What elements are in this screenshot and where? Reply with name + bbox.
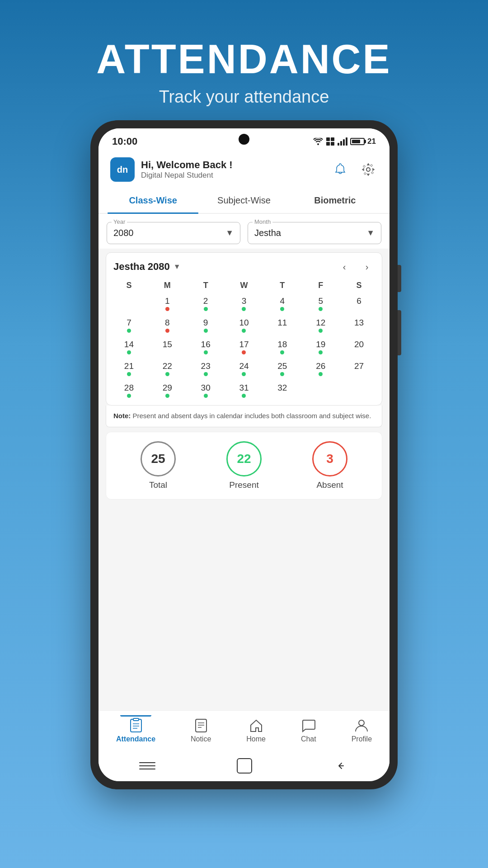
page-title: ATTENDANCE (96, 36, 391, 83)
side-button (398, 265, 401, 292)
battery-icon (350, 138, 365, 145)
cal-cell[interactable]: 2 (187, 293, 225, 315)
cal-cell[interactable]: 16 (187, 336, 225, 358)
cal-cell[interactable]: 14 (110, 336, 148, 358)
year-filter[interactable]: Year 2080 ▼ (107, 222, 240, 244)
nav-notice-label: Notice (191, 735, 211, 743)
cal-cell[interactable]: 1 (148, 293, 187, 315)
cal-cell[interactable]: 23 (187, 358, 225, 380)
nav-arrows: ‹ › (337, 259, 375, 274)
bell-icon (333, 163, 347, 176)
cal-cell[interactable]: 18 (263, 336, 301, 358)
phone-frame: 10:00 (90, 120, 398, 789)
absent-circle: 3 (312, 441, 347, 476)
attendance-icon (128, 718, 144, 733)
total-label: Total (149, 480, 167, 490)
day-header-0: S (110, 278, 148, 293)
cal-cell[interactable]: 6 (340, 293, 378, 315)
cal-cell[interactable]: 26 (301, 358, 340, 380)
day-header-2: T (187, 278, 225, 293)
nav-notice[interactable]: Notice (184, 715, 217, 746)
calendar-next-btn[interactable]: › (359, 259, 375, 274)
svg-rect-3 (331, 142, 334, 146)
cal-cell[interactable]: 11 (263, 315, 301, 336)
battery-level: 21 (367, 137, 376, 146)
phone-screen: 10:00 (99, 128, 389, 781)
calendar-row-4: 2829303132 (110, 380, 378, 401)
app-logo: dn (110, 157, 135, 182)
tab-biometric[interactable]: Biometric (290, 188, 380, 213)
cal-cell[interactable]: 29 (148, 380, 187, 401)
svg-rect-7 (346, 137, 347, 146)
day-header-3: W (225, 278, 263, 293)
nav-chat[interactable]: Chat (295, 715, 323, 746)
month-filter[interactable]: Month Jestha ▼ (248, 222, 381, 244)
cal-cell[interactable]: 3 (225, 293, 263, 315)
cal-cell[interactable]: 4 (263, 293, 301, 315)
cal-cell[interactable]: 5 (301, 293, 340, 315)
cal-cell[interactable]: 15 (148, 336, 187, 358)
system-nav-back[interactable] (333, 758, 349, 774)
page-subtitle: Track your attendance (96, 87, 391, 107)
calendar-dropdown-icon: ▼ (174, 263, 181, 271)
stat-absent: 3 Absent (312, 441, 347, 490)
cal-cell (301, 380, 340, 401)
nav-home[interactable]: Home (240, 715, 272, 746)
home-icon (249, 718, 264, 733)
calendar-day-headers: S M T W T F S (106, 278, 382, 293)
cal-cell[interactable]: 21 (110, 358, 148, 380)
tab-class-wise[interactable]: Class-Wise (108, 188, 198, 213)
cal-cell[interactable]: 17 (225, 336, 263, 358)
total-circle: 25 (141, 441, 176, 476)
page-header: ATTENDANCE Track your attendance (96, 0, 391, 120)
present-label: Present (229, 480, 258, 490)
status-icons: 21 (313, 137, 376, 146)
tabs-container: Class-Wise Subject-Wise Biometric (99, 188, 389, 214)
cal-cell[interactable]: 22 (148, 358, 187, 380)
cal-cell[interactable]: 10 (225, 315, 263, 336)
svg-rect-9 (131, 719, 141, 732)
app-welcome: Hi, Welcome Back ! Digital Nepal Student (141, 159, 233, 180)
day-header-5: F (301, 278, 340, 293)
cal-cell[interactable]: 20 (340, 336, 378, 358)
battery-fill (352, 140, 360, 143)
cal-cell[interactable]: 31 (225, 380, 263, 401)
welcome-main: Hi, Welcome Back ! (141, 159, 233, 171)
bottom-nav: Attendance Notice (99, 710, 389, 752)
tab-subject-wise[interactable]: Subject-Wise (198, 188, 289, 213)
system-nav-menu[interactable] (139, 758, 155, 774)
stat-present: 22 Present (226, 441, 262, 490)
cal-cell[interactable]: 19 (301, 336, 340, 358)
nav-chat-label: Chat (301, 735, 316, 743)
side-button-2 (398, 310, 401, 355)
welcome-sub: Digital Nepal Student (141, 171, 233, 180)
cal-cell[interactable]: 7 (110, 315, 148, 336)
nav-profile[interactable]: Profile (345, 715, 378, 746)
calendar-row-2: 14151617181920 (110, 336, 378, 358)
grid-icon (326, 137, 335, 146)
cal-cell[interactable]: 8 (148, 315, 187, 336)
cal-cell[interactable]: 24 (225, 358, 263, 380)
cal-cell[interactable]: 9 (187, 315, 225, 336)
svg-rect-4 (338, 143, 339, 146)
chat-icon (301, 718, 316, 733)
stats-row: 25 Total 22 Present 3 Absent (106, 432, 382, 500)
calendar-prev-btn[interactable]: ‹ (337, 259, 352, 274)
notification-button[interactable] (331, 160, 350, 179)
calendar-row-0: 123456 (110, 293, 378, 315)
wifi-icon (313, 138, 323, 145)
cal-cell[interactable]: 13 (340, 315, 378, 336)
cal-cell[interactable]: 28 (110, 380, 148, 401)
app-header: dn Hi, Welcome Back ! Digital Nepal Stud… (99, 151, 389, 188)
system-nav-home[interactable] (237, 758, 252, 774)
nav-attendance[interactable]: Attendance (110, 715, 162, 746)
cal-cell[interactable]: 25 (263, 358, 301, 380)
cal-cell[interactable]: 32 (263, 380, 301, 401)
nav-profile-label: Profile (352, 735, 372, 743)
settings-button[interactable] (359, 160, 378, 179)
cal-cell[interactable]: 12 (301, 315, 340, 336)
cal-cell[interactable]: 27 (340, 358, 378, 380)
month-dropdown-icon: ▼ (366, 228, 375, 238)
nav-home-label: Home (246, 735, 266, 743)
cal-cell[interactable]: 30 (187, 380, 225, 401)
